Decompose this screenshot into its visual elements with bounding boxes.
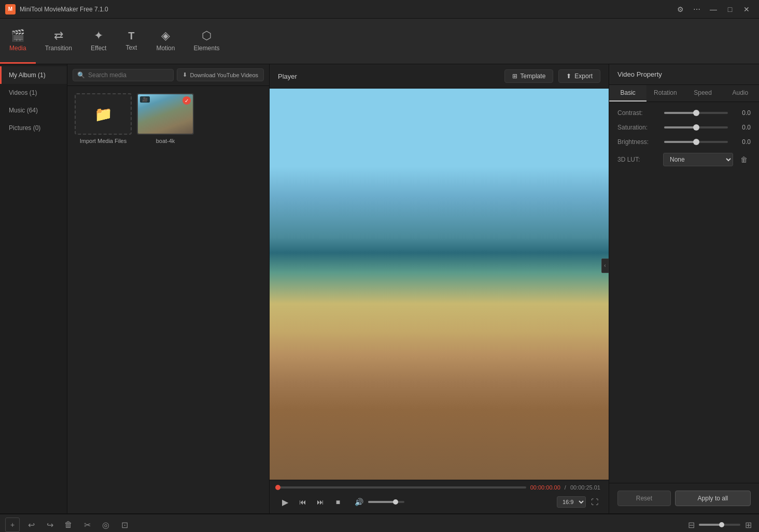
crop-button[interactable]: ⊡ (117, 517, 132, 532)
player-header-right: ⊞ Template ⬆ Export (504, 69, 600, 83)
player-video (270, 89, 609, 480)
expand-button[interactable]: ⋯ (690, 3, 704, 16)
media-toolbar: 🔍 ⬇ Download YouTube Videos (67, 64, 269, 86)
prev-frame-button[interactable]: ⏮ (296, 495, 310, 509)
clip-item-boat[interactable]: 🎥 ✓ boat-4k (137, 93, 194, 144)
fullscreen-button[interactable]: ⛶ (589, 496, 600, 508)
close-button[interactable]: ✕ (739, 3, 754, 16)
media-icon: 🎬 (11, 29, 25, 42)
motion-label: Motion (156, 45, 175, 52)
toolbar-text[interactable]: T Text (116, 19, 147, 64)
lut-select[interactable]: NoneLUT1LUT2 (663, 153, 733, 166)
toolbar-media[interactable]: 🎬 Media (0, 19, 36, 64)
checkmark-badge: ✓ (182, 96, 191, 105)
lut-delete-button[interactable]: 🗑 (737, 154, 751, 165)
top-toolbar: 🎬 Media ⇄ Transition ✦ Effect T Text ◈ M… (0, 19, 759, 64)
saturation-fill (664, 126, 696, 128)
play-button[interactable]: ▶ (278, 495, 292, 509)
video-preview (270, 89, 609, 480)
effect-icon: ✦ (94, 29, 103, 42)
elements-icon: ⬡ (202, 29, 212, 42)
settings-button[interactable]: ⚙ (673, 3, 687, 16)
app-title: MiniTool MovieMaker Free 7.1.0 (20, 6, 108, 13)
add-to-timeline-button[interactable]: + (5, 517, 20, 532)
maximize-button[interactable]: □ (723, 3, 737, 16)
search-box[interactable]: 🔍 (73, 69, 174, 81)
volume-thumb (393, 499, 398, 505)
sidebar-item-music[interactable]: Music (64) (0, 102, 67, 119)
apply-all-button[interactable]: Apply to all (675, 491, 751, 506)
search-input[interactable] (88, 71, 169, 79)
stop-button[interactable]: ■ (331, 495, 345, 509)
contrast-row: Contrast: 0.0 (617, 109, 751, 117)
sidebar-item-videos[interactable]: Videos (1) (0, 84, 67, 102)
player-progress: 00:00:00.00 / 00:00:25.01 (278, 484, 600, 491)
right-panel: Video Property Basic Rotation Speed Audi… (609, 64, 759, 513)
export-icon: ⬆ (566, 73, 571, 80)
zoom-slider[interactable] (699, 524, 740, 526)
template-button[interactable]: ⊞ Template (504, 69, 554, 83)
delete-button[interactable]: 🗑 (61, 517, 76, 532)
toolbar-transition[interactable]: ⇄ Transition (36, 19, 81, 64)
media-grid: 📁 Import Media Files 🎥 ✓ boat-4k (67, 86, 269, 151)
player-header: Player ⊞ Template ⬆ Export (270, 64, 609, 89)
volume-slider[interactable] (368, 501, 404, 503)
motion-icon: ◈ (161, 29, 170, 42)
zoom-fill (699, 524, 722, 526)
media-sidebar: My Album (1) Videos (1) Music (64) Pictu… (0, 64, 67, 513)
elements-label: Elements (193, 45, 219, 52)
time-total: 00:00:25.01 (570, 484, 600, 491)
saturation-row: Saturation: 0.0 (617, 124, 751, 131)
progress-thumb (275, 485, 280, 490)
toolbar-elements[interactable]: ⬡ Elements (184, 19, 229, 64)
reset-button[interactable]: Reset (617, 491, 671, 506)
import-media-item[interactable]: 📁 Import Media Files (75, 93, 132, 144)
contrast-slider[interactable] (664, 112, 728, 114)
progress-bar[interactable] (278, 486, 526, 488)
brightness-thumb (693, 139, 699, 145)
timeline-toolbar: + ↩ ↪ 🗑 ✂ ◎ ⊡ ⊟ ⊞ (0, 514, 759, 532)
cut-button[interactable]: ✂ (80, 517, 94, 532)
contrast-value: 0.0 (733, 109, 751, 117)
video-property-title: Video Property (609, 64, 759, 85)
player-buttons: ▶ ⏮ ⏭ ■ 🔊 16:99:164:31:1 ⛶ (278, 495, 600, 509)
zoom-out-button[interactable]: ⊟ (685, 519, 697, 530)
download-youtube-button[interactable]: ⬇ Download YouTube Videos (177, 68, 264, 81)
saturation-thumb (693, 124, 699, 131)
next-frame-button[interactable]: ⏭ (313, 495, 328, 509)
media-area: 🔍 ⬇ Download YouTube Videos 📁 Import (67, 64, 269, 513)
clip-thumb-boat[interactable]: 🎥 ✓ (137, 93, 194, 135)
lut-label: 3D LUT: (617, 156, 659, 163)
audio-detach-button[interactable]: ◎ (99, 517, 113, 532)
redo-button[interactable]: ↪ (43, 517, 57, 532)
property-actions: Reset Apply to all (609, 483, 759, 513)
sidebar-item-pictures[interactable]: Pictures (0) (0, 119, 67, 137)
brightness-row: Brightness: 0.0 (617, 138, 751, 146)
tab-basic[interactable]: Basic (609, 85, 646, 102)
transition-icon: ⇄ (54, 29, 63, 42)
toolbar-effect[interactable]: ✦ Effect (81, 19, 116, 64)
player-controls: 00:00:00.00 / 00:00:25.01 ▶ ⏮ ⏭ ■ 🔊 16:9… (270, 480, 609, 513)
volume-button[interactable]: 🔊 (352, 495, 366, 509)
right-panel-collapse[interactable]: ‹ (601, 258, 609, 273)
tab-rotation[interactable]: Rotation (646, 85, 684, 102)
toolbar-motion[interactable]: ◈ Motion (147, 19, 184, 64)
contrast-thumb (693, 110, 699, 116)
clip-label-boat: boat-4k (156, 138, 175, 144)
video-type-badge: 🎥 (140, 96, 150, 103)
import-thumb[interactable]: 📁 (75, 93, 132, 135)
tab-audio[interactable]: Audio (722, 85, 759, 102)
aspect-ratio-select[interactable]: 16:99:164:31:1 (557, 496, 586, 508)
saturation-slider[interactable] (664, 126, 728, 128)
sidebar-item-my-album[interactable]: My Album (1) (0, 66, 67, 84)
export-button[interactable]: ⬆ Export (558, 69, 600, 83)
volume-fill (368, 501, 396, 503)
minimize-button[interactable]: — (706, 3, 721, 16)
saturation-value: 0.0 (733, 124, 751, 131)
brightness-slider[interactable] (664, 141, 728, 143)
volume-area: 🔊 (352, 495, 404, 509)
undo-button[interactable]: ↩ (24, 517, 38, 532)
tab-speed[interactable]: Speed (684, 85, 722, 102)
zoom-in-button[interactable]: ⊞ (742, 519, 754, 530)
brightness-fill (664, 141, 696, 143)
